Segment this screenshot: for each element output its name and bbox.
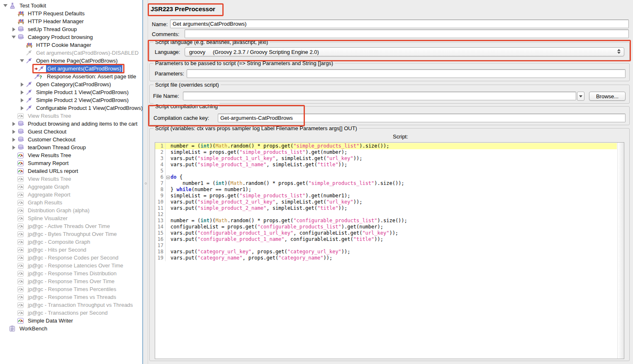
- tree-item-label[interactable]: Get arguments(CatProdBrows): [46, 65, 122, 72]
- parameters-input[interactable]: [187, 69, 626, 78]
- tree-item[interactable]: Graph Results: [0, 199, 142, 206]
- tree-item-label[interactable]: jp@gc - Bytes Throughput Over Time: [27, 231, 118, 238]
- tree-item-label[interactable]: Category Product browsing: [27, 34, 94, 41]
- collapse-icon[interactable]: [18, 59, 26, 62]
- tree-item-label[interactable]: Simple Product 2 View(CatProdBrows): [35, 97, 130, 104]
- tree-item[interactable]: Configurable Product 1 View(CatProdBrows…: [0, 104, 142, 112]
- tree-item-label[interactable]: Get arguments(CatProdBrows)-DISABLED: [35, 49, 140, 56]
- tree-item-label[interactable]: jp@gc - Transaction Throughput vs Thread…: [27, 301, 134, 308]
- tree-item-label[interactable]: Aggregate Graph: [27, 183, 71, 190]
- tree-item-label[interactable]: Graph Results: [27, 199, 63, 206]
- tree-item-label[interactable]: Open Category(CatProdBrows): [35, 81, 112, 88]
- file-name-dropdown-button[interactable]: [577, 92, 584, 101]
- tree-item-label[interactable]: Detailed URLs report: [27, 167, 79, 175]
- tree-item-label[interactable]: Response Assertion: Assert page title: [46, 73, 137, 80]
- tree-item[interactable]: jp@gc - Hits per Second: [0, 246, 142, 254]
- tree-item[interactable]: Simple Data Writer: [0, 317, 142, 325]
- collapse-icon[interactable]: [10, 36, 17, 39]
- expand-icon[interactable]: [10, 130, 17, 134]
- tree-item-label[interactable]: tearDown Thread Group: [27, 144, 87, 151]
- tree-item[interactable]: Customer Checkout: [0, 136, 142, 143]
- tree-item-label[interactable]: jp@gc - Active Threads Over Time: [27, 223, 111, 230]
- tree-item-label[interactable]: View Results Tree: [27, 112, 73, 119]
- test-plan-tree[interactable]: Test ToolkitHTTP Request DefaultsHTTP He…: [0, 0, 143, 364]
- tree-item[interactable]: tearDown Thread Group: [0, 143, 142, 151]
- tree-item[interactable]: HTTP Request Defaults: [0, 10, 142, 17]
- tree-item-label[interactable]: Open Home Page(CatProdBrows): [35, 57, 119, 64]
- file-name-input[interactable]: [183, 92, 576, 100]
- tree-item[interactable]: Product browsing and adding items to the…: [0, 120, 142, 128]
- tree-item[interactable]: View Results Tree: [0, 151, 142, 159]
- tree-item-label[interactable]: HTTP Header Manager: [27, 18, 85, 25]
- collapse-icon[interactable]: [2, 4, 9, 7]
- comments-input[interactable]: [185, 29, 629, 38]
- tree-item-label[interactable]: Simple Product 1 View(CatProdBrows): [35, 89, 130, 96]
- tree-item[interactable]: Get arguments(CatProdBrows)-DISABLED: [0, 49, 142, 57]
- editor-scrollbar[interactable]: [617, 143, 624, 359]
- tree-item-label[interactable]: jp@gc - Hits per Second: [27, 246, 88, 253]
- tree-item-label[interactable]: WorkBench: [18, 325, 49, 332]
- tree-item-label[interactable]: HTTP Request Defaults: [27, 10, 86, 17]
- cache-key-input[interactable]: [218, 114, 626, 122]
- tree-item-label[interactable]: Guest Checkout: [27, 128, 68, 135]
- tree-item[interactable]: jp@gc - Response Times Distribution: [0, 269, 142, 277]
- tree-item[interactable]: jp@gc - Transactions per Second: [0, 309, 142, 317]
- tree-item-label[interactable]: Aggregate Report: [27, 191, 72, 198]
- tree-item-label[interactable]: jp@gc - Composite Graph: [27, 238, 91, 245]
- tree-item-label[interactable]: jp@gc - Response Latencies Over Time: [27, 262, 124, 269]
- tree-item[interactable]: Simple Product 2 View(CatProdBrows): [0, 96, 142, 104]
- tree-item-label[interactable]: jp@gc - Response Times Distribution: [27, 270, 118, 277]
- tree-item[interactable]: View Results Tree: [0, 112, 142, 120]
- language-select[interactable]: groovy (Groovy 2.3.7 / Groovy Scripting …: [185, 47, 624, 56]
- tree-item-label[interactable]: jp@gc - Response Times Percentiles: [27, 286, 117, 293]
- tree-item[interactable]: View Results Tree: [0, 175, 142, 183]
- tree-item-label[interactable]: Test Toolkit: [18, 2, 47, 9]
- tree-item[interactable]: Summary Report: [0, 159, 142, 167]
- tree-item[interactable]: Get arguments(CatProdBrows): [0, 65, 142, 73]
- tree-item-label[interactable]: Configurable Product 1 View(CatProdBrows…: [35, 104, 143, 112]
- tree-item[interactable]: setUp Thread Group: [0, 25, 142, 33]
- tree-item-label[interactable]: jp@gc - Response Codes per Second: [27, 254, 119, 261]
- tree-item-label[interactable]: View Results Tree: [27, 152, 73, 159]
- expand-icon[interactable]: [18, 90, 26, 95]
- tree-item[interactable]: WorkBench: [0, 325, 142, 332]
- fold-marker-icon[interactable]: [166, 176, 170, 179]
- expand-icon[interactable]: [18, 98, 26, 102]
- tree-item[interactable]: Aggregate Graph: [0, 183, 142, 191]
- tree-item-label[interactable]: Customer Checkout: [27, 136, 77, 143]
- expand-icon[interactable]: [18, 83, 26, 87]
- expand-icon[interactable]: [18, 106, 26, 110]
- expand-icon[interactable]: [10, 146, 17, 150]
- tree-item-label[interactable]: HTTP Cookie Manager: [35, 41, 93, 49]
- name-input[interactable]: [170, 19, 629, 28]
- tree-item[interactable]: Test Toolkit: [0, 2, 142, 10]
- tree-item[interactable]: Distribution Graph (alpha): [0, 206, 142, 214]
- tree-item-label[interactable]: Distribution Graph (alpha): [27, 207, 91, 214]
- tree-item[interactable]: Detailed URLs report: [0, 167, 142, 175]
- tree-item[interactable]: Aggregate Report: [0, 191, 142, 199]
- tree-item-label[interactable]: setUp Thread Group: [27, 26, 78, 33]
- tree-item-label[interactable]: View Results Tree: [27, 175, 73, 182]
- tree-item[interactable]: jp@gc - Response Times vs Threads: [0, 293, 142, 301]
- tree-item[interactable]: HTTP Header Manager: [0, 17, 142, 25]
- tree-item-label[interactable]: Product browsing and adding items to the…: [27, 120, 139, 127]
- split-pane-divider[interactable]: [144, 0, 148, 364]
- tree-item-label[interactable]: jp@gc - Response Times vs Threads: [27, 294, 117, 301]
- expand-icon[interactable]: [10, 27, 17, 32]
- tree-item-label[interactable]: jp@gc - Transactions per Second: [27, 309, 109, 316]
- tree-item[interactable]: jp@gc - Response Codes per Second: [0, 254, 142, 262]
- tree-item-label[interactable]: Simple Data Writer: [27, 317, 74, 324]
- tree-item[interactable]: Spline Visualizer: [0, 214, 142, 222]
- tree-item[interactable]: Guest Checkout: [0, 128, 142, 136]
- expand-icon[interactable]: [10, 138, 17, 142]
- tree-item[interactable]: ?Response Assertion: Assert page title: [0, 73, 142, 80]
- tree-item[interactable]: jp@gc - Response Latencies Over Time: [0, 262, 142, 269]
- expand-icon[interactable]: [10, 122, 17, 126]
- tree-item[interactable]: Simple Product 1 View(CatProdBrows): [0, 88, 142, 96]
- tree-item[interactable]: Open Category(CatProdBrows): [0, 80, 142, 88]
- tree-item-label[interactable]: jp@gc - Response Times Over Time: [27, 278, 116, 285]
- tree-item[interactable]: jp@gc - Bytes Throughput Over Time: [0, 230, 142, 238]
- tree-item[interactable]: Category Product browsing: [0, 33, 142, 41]
- browse-button[interactable]: Browse...: [589, 92, 626, 101]
- tree-item[interactable]: jp@gc - Response Times Percentiles: [0, 285, 142, 293]
